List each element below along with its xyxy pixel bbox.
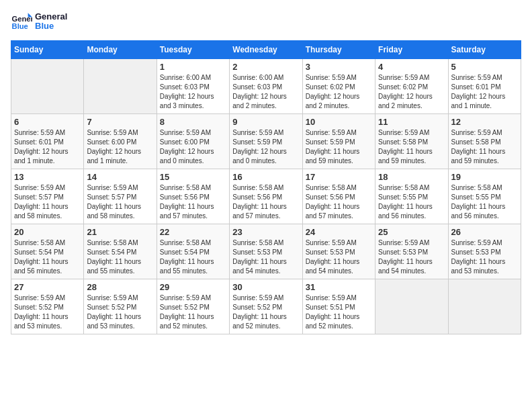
day-info: Sunrise: 5:59 AM Sunset: 6:02 PM Dayligh… (378, 73, 445, 111)
calendar-cell: 29Sunrise: 5:59 AM Sunset: 5:52 PM Dayli… (157, 279, 229, 334)
calendar-cell: 7Sunrise: 5:59 AM Sunset: 6:00 PM Daylig… (84, 114, 157, 169)
calendar-cell: 15Sunrise: 5:58 AM Sunset: 5:56 PM Dayli… (157, 169, 229, 224)
day-of-week-header: Thursday (302, 41, 375, 59)
day-info: Sunrise: 6:00 AM Sunset: 6:03 PM Dayligh… (232, 73, 299, 111)
day-number: 11 (378, 117, 445, 127)
calendar-cell: 20Sunrise: 5:58 AM Sunset: 5:54 PM Dayli… (11, 224, 84, 279)
day-number: 10 (306, 117, 372, 127)
day-number: 6 (14, 117, 81, 127)
day-info: Sunrise: 5:59 AM Sunset: 6:01 PM Dayligh… (451, 73, 518, 111)
day-info: Sunrise: 5:58 AM Sunset: 5:54 PM Dayligh… (160, 238, 226, 276)
day-of-week-header: Saturday (448, 41, 521, 59)
calendar-cell: 5Sunrise: 5:59 AM Sunset: 6:01 PM Daylig… (448, 59, 521, 114)
calendar-cell: 12Sunrise: 5:59 AM Sunset: 5:58 PM Dayli… (448, 114, 521, 169)
calendar-cell: 9Sunrise: 5:59 AM Sunset: 5:59 PM Daylig… (230, 114, 302, 169)
calendar-cell: 11Sunrise: 5:59 AM Sunset: 5:58 PM Dayli… (375, 114, 448, 169)
day-number: 24 (306, 227, 372, 237)
day-number: 31 (306, 282, 372, 292)
day-info: Sunrise: 5:59 AM Sunset: 6:02 PM Dayligh… (306, 73, 372, 111)
day-of-week-header: Friday (375, 41, 448, 59)
day-number: 13 (14, 172, 81, 182)
day-of-week-header: Wednesday (230, 41, 302, 59)
day-info: Sunrise: 5:59 AM Sunset: 5:57 PM Dayligh… (14, 183, 81, 221)
calendar-cell: 6Sunrise: 5:59 AM Sunset: 6:01 PM Daylig… (11, 114, 84, 169)
calendar-cell: 24Sunrise: 5:59 AM Sunset: 5:53 PM Dayli… (302, 224, 375, 279)
day-info: Sunrise: 5:59 AM Sunset: 6:00 PM Dayligh… (160, 128, 226, 166)
day-number: 23 (232, 227, 299, 237)
calendar-cell: 8Sunrise: 5:59 AM Sunset: 6:00 PM Daylig… (157, 114, 229, 169)
calendar-cell: 19Sunrise: 5:58 AM Sunset: 5:55 PM Dayli… (448, 169, 521, 224)
day-info: Sunrise: 5:59 AM Sunset: 5:53 PM Dayligh… (306, 238, 372, 276)
day-number: 9 (232, 117, 299, 127)
day-number: 25 (378, 227, 445, 237)
day-number: 30 (232, 282, 299, 292)
calendar-cell: 16Sunrise: 5:58 AM Sunset: 5:56 PM Dayli… (230, 169, 302, 224)
day-number: 4 (378, 62, 445, 72)
day-number: 2 (232, 62, 299, 72)
day-number: 20 (14, 227, 81, 237)
day-number: 18 (378, 172, 445, 182)
day-info: Sunrise: 5:59 AM Sunset: 5:51 PM Dayligh… (306, 293, 372, 331)
day-number: 27 (14, 282, 81, 292)
day-number: 5 (451, 62, 518, 72)
calendar-cell: 22Sunrise: 5:58 AM Sunset: 5:54 PM Dayli… (157, 224, 229, 279)
calendar-cell: 2Sunrise: 6:00 AM Sunset: 6:03 PM Daylig… (230, 59, 302, 114)
day-info: Sunrise: 5:59 AM Sunset: 5:58 PM Dayligh… (451, 128, 518, 166)
day-number: 7 (87, 117, 153, 127)
day-info: Sunrise: 5:59 AM Sunset: 5:59 PM Dayligh… (232, 128, 299, 166)
day-number: 22 (160, 227, 226, 237)
day-number: 3 (306, 62, 372, 72)
calendar-cell: 30Sunrise: 5:59 AM Sunset: 5:52 PM Dayli… (230, 279, 302, 334)
day-info: Sunrise: 5:58 AM Sunset: 5:53 PM Dayligh… (232, 238, 299, 276)
day-info: Sunrise: 5:59 AM Sunset: 5:58 PM Dayligh… (378, 128, 445, 166)
calendar-cell: 27Sunrise: 5:59 AM Sunset: 5:52 PM Dayli… (11, 279, 84, 334)
day-number: 26 (451, 227, 518, 237)
day-info: Sunrise: 5:59 AM Sunset: 5:53 PM Dayligh… (451, 238, 518, 276)
day-info: Sunrise: 5:58 AM Sunset: 5:56 PM Dayligh… (160, 183, 226, 221)
calendar-cell: 17Sunrise: 5:58 AM Sunset: 5:56 PM Dayli… (302, 169, 375, 224)
day-number: 29 (160, 282, 226, 292)
calendar-cell: 18Sunrise: 5:58 AM Sunset: 5:55 PM Dayli… (375, 169, 448, 224)
calendar-cell: 23Sunrise: 5:58 AM Sunset: 5:53 PM Dayli… (230, 224, 302, 279)
day-number: 14 (87, 172, 153, 182)
logo-icon: General Blue (11, 11, 32, 32)
day-of-week-header: Tuesday (157, 41, 229, 59)
calendar-cell: 4Sunrise: 5:59 AM Sunset: 6:02 PM Daylig… (375, 59, 448, 114)
day-number: 21 (87, 227, 153, 237)
day-number: 16 (232, 172, 299, 182)
day-number: 12 (451, 117, 518, 127)
logo: General Blue General Blue (11, 11, 67, 32)
calendar-cell: 14Sunrise: 5:59 AM Sunset: 5:57 PM Dayli… (84, 169, 157, 224)
calendar-cell: 1Sunrise: 6:00 AM Sunset: 6:03 PM Daylig… (157, 59, 229, 114)
calendar-cell: 13Sunrise: 5:59 AM Sunset: 5:57 PM Dayli… (11, 169, 84, 224)
day-of-week-header: Sunday (11, 41, 84, 59)
day-info: Sunrise: 5:58 AM Sunset: 5:55 PM Dayligh… (378, 183, 445, 221)
day-info: Sunrise: 5:59 AM Sunset: 5:59 PM Dayligh… (306, 128, 372, 166)
day-info: Sunrise: 5:59 AM Sunset: 5:57 PM Dayligh… (87, 183, 153, 221)
day-number: 15 (160, 172, 226, 182)
calendar-cell (11, 59, 84, 114)
calendar-cell (448, 279, 521, 334)
day-info: Sunrise: 5:58 AM Sunset: 5:56 PM Dayligh… (306, 183, 372, 221)
day-info: Sunrise: 5:59 AM Sunset: 5:53 PM Dayligh… (378, 238, 445, 276)
day-number: 19 (451, 172, 518, 182)
day-info: Sunrise: 5:58 AM Sunset: 5:54 PM Dayligh… (14, 238, 81, 276)
calendar-cell: 28Sunrise: 5:59 AM Sunset: 5:52 PM Dayli… (84, 279, 157, 334)
calendar-cell (84, 59, 157, 114)
calendar-cell: 25Sunrise: 5:59 AM Sunset: 5:53 PM Dayli… (375, 224, 448, 279)
day-info: Sunrise: 5:59 AM Sunset: 5:52 PM Dayligh… (232, 293, 299, 331)
day-info: Sunrise: 5:59 AM Sunset: 5:52 PM Dayligh… (160, 293, 226, 331)
day-info: Sunrise: 6:00 AM Sunset: 6:03 PM Dayligh… (160, 73, 226, 111)
calendar-cell (375, 279, 448, 334)
day-info: Sunrise: 5:58 AM Sunset: 5:56 PM Dayligh… (232, 183, 299, 221)
day-number: 17 (306, 172, 372, 182)
day-info: Sunrise: 5:58 AM Sunset: 5:55 PM Dayligh… (451, 183, 518, 221)
day-info: Sunrise: 5:59 AM Sunset: 5:52 PM Dayligh… (87, 293, 153, 331)
calendar-cell: 10Sunrise: 5:59 AM Sunset: 5:59 PM Dayli… (302, 114, 375, 169)
day-info: Sunrise: 5:58 AM Sunset: 5:54 PM Dayligh… (87, 238, 153, 276)
calendar-cell: 31Sunrise: 5:59 AM Sunset: 5:51 PM Dayli… (302, 279, 375, 334)
page-header: General Blue General Blue (11, 11, 521, 32)
svg-text:Blue: Blue (12, 22, 28, 30)
day-info: Sunrise: 5:59 AM Sunset: 5:52 PM Dayligh… (14, 293, 81, 331)
day-of-week-header: Monday (84, 41, 157, 59)
